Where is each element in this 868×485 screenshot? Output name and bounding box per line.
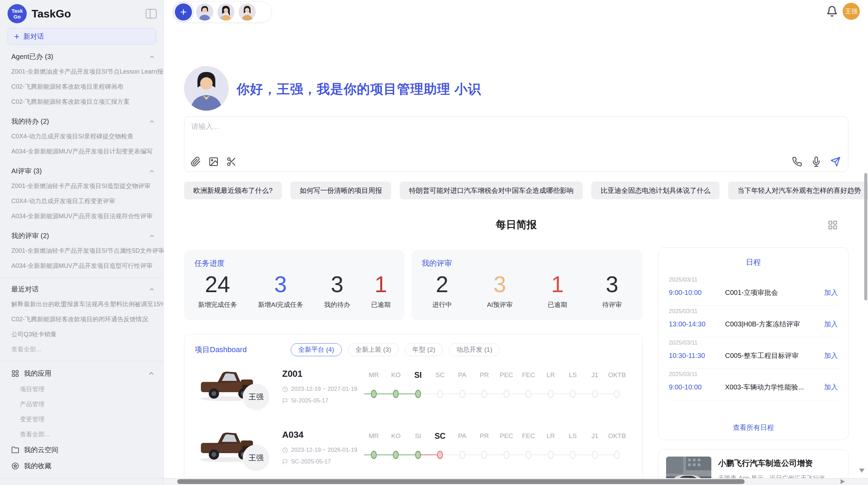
project-row-z001[interactable]: 王强 Z001 2023-12-19 ~ 2027-01-19 SI-2025-… (184, 361, 642, 423)
list-item[interactable]: C0X4-动力总成开发项目SI里程碑提交物检查 (0, 129, 164, 144)
chat-composer (184, 116, 848, 172)
sidebar-item-product-mgmt[interactable]: 产品管理 (0, 397, 164, 412)
milestone-label: LS (562, 431, 584, 441)
stat-label: 已逾期 (548, 300, 567, 309)
chevron-up-icon (148, 53, 155, 60)
section-header-agent-done[interactable]: Agent已办 (3) (0, 49, 164, 64)
list-item[interactable]: 公司Q3轻卡销量 (0, 327, 164, 342)
list-item[interactable]: C02-飞腾新能源轻客改款项目里程碑画布 (0, 79, 164, 94)
stat-label: 我的待办 (324, 300, 350, 309)
section-header-recent-chats[interactable]: 最近对话 (0, 282, 164, 297)
milestone-label: KO (385, 370, 407, 380)
tab-powertrain[interactable]: 动总开发 (1) (449, 343, 500, 356)
sidebar-item-cloud-space[interactable]: 我的云空间 (0, 442, 164, 458)
milestone-label: MR (363, 370, 385, 380)
attachment-icon[interactable] (191, 157, 201, 167)
join-meeting-link[interactable]: 加入 (824, 351, 838, 360)
milestone-label: SC (429, 370, 451, 380)
schedule-event: 2025/03/11 10:30-11:30 C005-整车工程目标评审 加入 (669, 339, 838, 369)
scroll-down-arrow[interactable] (859, 469, 865, 473)
event-date: 2025/03/11 (669, 371, 838, 378)
card-title: 我的评审 (422, 258, 452, 269)
milestone-label: J1 (584, 370, 606, 380)
tab-new-platform[interactable]: 全新平台 (4) (291, 343, 342, 356)
suggestion-chip[interactable]: 欧洲新规最近颁布了什么? (184, 182, 282, 199)
project-owner-badge: 王强 (243, 445, 269, 471)
send-icon[interactable] (830, 157, 841, 167)
milestone-label: PR (473, 431, 496, 441)
event-time: 13:00-14:30 (669, 320, 720, 328)
notifications-bell[interactable] (826, 5, 838, 17)
sidebar-item-my-apps[interactable]: 我的应用 (0, 365, 164, 382)
join-meeting-link[interactable]: 加入 (824, 320, 838, 329)
sidebar-item-change-mgmt[interactable]: 变更管理 (0, 412, 164, 427)
milestone-label: PA (451, 370, 473, 380)
join-meeting-link[interactable]: 加入 (824, 288, 838, 297)
project-row-a034[interactable]: 王强 A034 2023-12-19 ~ 2026-01-19 SC-2025-… (184, 422, 642, 484)
divider (0, 478, 164, 478)
section-header-ai-review[interactable]: AI评审 (3) (0, 164, 164, 178)
layout-grid-icon[interactable] (828, 220, 838, 230)
section-my-todo: 我的待办 (2) C0X4-动力总成开发项目SI里程碑提交物检查 A034-全新… (0, 114, 164, 159)
view-all-apps[interactable]: 查看全部... (0, 427, 164, 442)
list-item[interactable]: Z001-全新燃油轻卡产品开发项目SI造型提交物评审 (0, 178, 164, 194)
user-avatar[interactable]: 王强 (843, 3, 860, 20)
stat-label: 新增完成任务 (198, 300, 237, 309)
sidebar-item-ai-employee[interactable]: AI超级员工 (0, 483, 164, 485)
collapse-sidebar-icon[interactable] (146, 9, 157, 18)
list-item[interactable]: A034-全新新能源MUV产品开发项目计划变更表编写 (0, 144, 164, 159)
stat-ai-prereview: 3 AI预评审 (487, 273, 513, 309)
list-item[interactable]: C02-飞腾新能源轻客改款项目立项汇报方案 (0, 94, 164, 109)
assistant-avatar-1[interactable] (196, 3, 213, 21)
chat-input[interactable] (191, 122, 603, 130)
list-item[interactable]: A034-全新新能源MUV产品开发项目造型可行性评审 (0, 258, 164, 273)
milestone-label-active: SC (429, 431, 451, 441)
event-date: 2025/03/11 (669, 276, 838, 283)
sidebar-item-project-mgmt[interactable]: 项目管理 (0, 382, 164, 397)
stat-pending-review: 3 待评审 (602, 273, 622, 309)
list-item[interactable]: C0X4-动力总成开发项目工程变更评审 (0, 194, 164, 209)
divider (669, 306, 838, 306)
horizontal-scrollbar-thumb[interactable] (177, 479, 745, 484)
tab-year-model[interactable]: 年型 (2) (405, 343, 443, 356)
suggestion-chip[interactable]: 当下年轻人对汽车外观有怎样的喜好趋势 (728, 182, 868, 199)
assistant-avatar-3[interactable] (239, 3, 256, 21)
app-title: TaskGo (32, 8, 146, 20)
view-all-schedule-link[interactable]: 查看所有日程 (659, 423, 848, 432)
section-ai-review: AI评审 (3) Z001-全新燃油轻卡产品开发项目SI造型提交物评审 C0X4… (0, 164, 164, 224)
microphone-icon[interactable] (811, 157, 821, 167)
scissors-icon[interactable] (226, 157, 237, 167)
schedule-event: 2025/03/11 9:00-10:00 X003-车辆动力学性能验... 加… (669, 371, 838, 400)
stat-new-ai-done: 3 新增AI完成任务 (258, 273, 303, 309)
section-header-my-review[interactable]: 我的评审 (2) (0, 228, 164, 243)
suggestion-chip[interactable]: 比亚迪全固态电池计划具体说了什么 (591, 182, 720, 199)
list-item[interactable]: Z001-全新燃油轻卡产品开发项目SI节点属性5D文件评审 (0, 243, 164, 258)
event-time: 9:00-10:00 (669, 289, 720, 297)
suggestion-chip[interactable]: 如何写一份清晰的项目周报 (290, 182, 391, 199)
vertical-scrollbar-thumb[interactable] (864, 173, 867, 300)
divider (669, 337, 838, 337)
list-item[interactable]: 解释最新出台的欧盟报废车法规再生塑料比例被调至15%... (0, 297, 164, 312)
new-chat-button[interactable]: + 新对话 (8, 28, 156, 45)
chevron-up-icon (148, 118, 155, 125)
section-recent-chats: 最近对话 解释最新出台的欧盟报废车法规再生塑料比例被调至15%... C02-飞… (0, 282, 164, 357)
stat-label: 已逾期 (371, 300, 390, 309)
join-meeting-link[interactable]: 加入 (824, 383, 838, 392)
plus-icon: + (14, 32, 19, 41)
image-icon[interactable] (208, 157, 219, 167)
phone-icon[interactable] (792, 157, 802, 167)
suggestion-chip[interactable]: 特朗普可能对进口汽车增税会对中国车企造成哪些影响 (400, 182, 583, 199)
list-item[interactable]: Z001-全新燃油皮卡产品开发项目SI节点Lesson Learn报告 (0, 64, 164, 79)
sidebar-item-favorites[interactable]: 我的收藏 (0, 458, 164, 474)
stat-label: 新增AI完成任务 (258, 300, 303, 309)
list-item[interactable]: A034-全新新能源MUV产品开发项目法规符合性评审 (0, 209, 164, 224)
assistant-avatar-2[interactable] (217, 3, 234, 21)
tab-new-body[interactable]: 全新上装 (3) (348, 343, 399, 356)
add-assistant-button[interactable]: + (175, 3, 192, 21)
event-date: 2025/03/11 (669, 308, 838, 315)
section-header-my-todo[interactable]: 我的待办 (2) (0, 114, 164, 129)
project-owner-badge: 王强 (243, 384, 269, 410)
scroll-right-arrow[interactable] (841, 479, 845, 484)
view-all-chats[interactable]: 查看全部... (0, 342, 164, 357)
list-item[interactable]: C02-飞腾新能源轻客改款项目的闭环通告反馈情况 (0, 312, 164, 327)
